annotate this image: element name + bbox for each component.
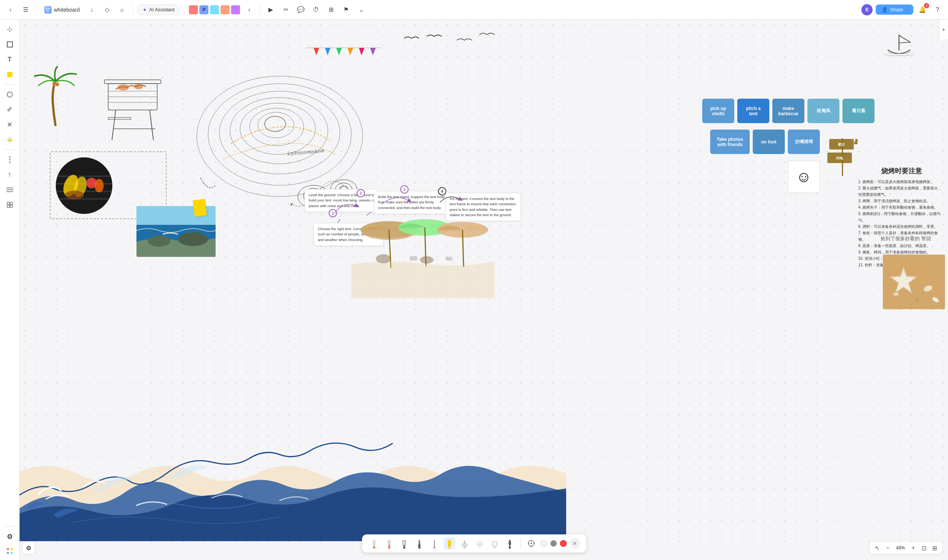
sticky-icon bbox=[6, 71, 13, 78]
draw-tool-eraser-hard[interactable] bbox=[488, 537, 500, 549]
smudge-icon bbox=[461, 540, 468, 547]
activity-card-on-foot[interactable]: on foot bbox=[753, 129, 785, 154]
annotation-3: 3 bbox=[400, 185, 409, 194]
beach-umbrella-scene bbox=[351, 200, 494, 298]
cursor-button[interactable]: ↖ bbox=[872, 543, 882, 552]
plugin-icon-3[interactable] bbox=[210, 5, 219, 14]
svg-marker-23 bbox=[347, 48, 353, 55]
more-plugins-button[interactable]: ‹ bbox=[243, 4, 255, 16]
activity-card-photos[interactable]: Take photos with friends bbox=[710, 129, 750, 154]
tool-frame[interactable] bbox=[3, 38, 17, 51]
svg-point-15 bbox=[7, 548, 9, 550]
svg-marker-25 bbox=[370, 48, 376, 55]
tool-eraser[interactable]: ✕ bbox=[3, 118, 17, 131]
bbq-note-2: 2. 聚火或燃气：如果使用炭火烧烤架，需要柴火，但需要提前燃气。 bbox=[858, 185, 945, 198]
canvas-area[interactable]: 从这里到目的地的最好路 pick up shells pitch a tent … bbox=[20, 20, 948, 560]
draw-tool-smudge[interactable] bbox=[459, 537, 471, 549]
crosshair-tool[interactable] bbox=[525, 537, 537, 549]
insert-button[interactable]: ⊞ bbox=[325, 4, 337, 16]
color-dot-gray[interactable] bbox=[550, 540, 557, 547]
draw-tool-fountain-pen[interactable] bbox=[398, 537, 410, 549]
timer-button[interactable]: ⏱ bbox=[310, 4, 322, 16]
ai-icon: ✦ bbox=[142, 7, 147, 13]
zoom-out-button[interactable]: − bbox=[883, 543, 892, 552]
tag-button[interactable]: ◇ bbox=[101, 4, 113, 16]
notification-button[interactable]: 🔔 3 bbox=[916, 4, 928, 16]
svg-rect-101 bbox=[448, 540, 451, 546]
fit-screen-button[interactable]: ⊡ bbox=[919, 543, 928, 552]
annotation-1: 1 bbox=[329, 209, 337, 217]
tool-highlight[interactable] bbox=[3, 133, 17, 146]
flag-button[interactable]: ⚑ bbox=[340, 4, 352, 16]
grill-sketch-illustration bbox=[93, 69, 172, 148]
activity-card-pick-up-shells[interactable]: pick up shells bbox=[702, 98, 734, 123]
svg-point-41 bbox=[208, 84, 351, 185]
play-button[interactable]: ▶ bbox=[265, 4, 277, 16]
grid-toggle-button[interactable]: ⊞ bbox=[930, 543, 939, 552]
ai-assistant-button[interactable]: ✦ AI Assistant bbox=[137, 5, 180, 15]
activity-card-volleyball[interactable]: 沙滩排球 bbox=[788, 129, 820, 154]
signpost-svg: 爱日 内地 bbox=[826, 131, 859, 180]
tool-shapes[interactable] bbox=[3, 88, 17, 101]
activity-card-sea-breeze[interactable]: 吹海风 bbox=[807, 98, 840, 123]
canvas-settings-button[interactable]: ⚙ bbox=[23, 542, 35, 554]
right-panel-collapse[interactable]: › bbox=[939, 20, 948, 39]
share-chevron-icon: ▾ bbox=[905, 8, 907, 12]
activity-card-sunset[interactable]: 看日落 bbox=[843, 98, 874, 123]
tool-list[interactable] bbox=[3, 183, 17, 197]
svg-point-73 bbox=[148, 235, 170, 247]
wave-svg bbox=[20, 398, 566, 541]
food-photo-svg bbox=[56, 157, 112, 214]
svg-point-38 bbox=[134, 84, 143, 89]
plugin-icon-1[interactable] bbox=[189, 5, 198, 14]
draw-tool-fine-pen[interactable] bbox=[368, 537, 380, 549]
tool-text[interactable]: T bbox=[3, 53, 17, 66]
bbq-note-3: 3. 烤网，用于清洁烧烤架，防止食物粘连。 bbox=[858, 198, 945, 204]
notification-badge: 3 bbox=[924, 3, 929, 8]
draw-tool-brush[interactable] bbox=[413, 537, 425, 549]
zoom-in-button[interactable]: + bbox=[909, 543, 918, 552]
plugin-icon-5[interactable] bbox=[231, 5, 240, 14]
comment-button[interactable]: 💬 bbox=[295, 4, 307, 16]
palm-tree-illustration bbox=[31, 65, 80, 129]
menu-button[interactable]: ☰ bbox=[20, 4, 32, 16]
save-button[interactable]: ↓ bbox=[86, 4, 98, 16]
draw-tool-eraser-soft[interactable] bbox=[474, 537, 485, 549]
tool-sticky[interactable] bbox=[3, 68, 17, 82]
draw-tool-pen-medium[interactable] bbox=[383, 537, 395, 549]
tool-more[interactable] bbox=[3, 153, 17, 166]
draw-tool-active-brush[interactable] bbox=[503, 537, 516, 549]
search-button[interactable]: ⌕ bbox=[116, 4, 128, 16]
app-logo-title[interactable]: whiteboard bbox=[41, 5, 83, 15]
tool-select[interactable]: ⊹ bbox=[3, 23, 17, 36]
share-button[interactable]: 👤 Share ▾ bbox=[875, 5, 913, 15]
tool-table[interactable] bbox=[3, 198, 17, 212]
scissors-button[interactable]: ✂ bbox=[280, 4, 292, 16]
tool-text2[interactable]: T bbox=[3, 168, 17, 182]
settings-app-icon[interactable]: ⚙ bbox=[4, 531, 16, 543]
share-label: Share bbox=[890, 7, 903, 12]
back-button[interactable]: ‹ bbox=[5, 4, 17, 16]
color-dot-white[interactable] bbox=[540, 540, 547, 547]
help-button[interactable]: ? bbox=[931, 4, 943, 16]
plugin-icon-2[interactable]: P bbox=[199, 5, 208, 14]
activity-card-pitch-tent[interactable]: pitch a tent bbox=[737, 98, 769, 123]
draw-tool-highlighter[interactable] bbox=[443, 537, 455, 549]
apps-grid-icon[interactable] bbox=[4, 545, 16, 557]
palm-svg bbox=[31, 65, 80, 129]
svg-point-90 bbox=[928, 269, 929, 271]
svg-point-110 bbox=[530, 543, 532, 544]
svg-point-83 bbox=[420, 256, 434, 264]
svg-point-94 bbox=[893, 292, 899, 296]
user-avatar[interactable]: E bbox=[861, 4, 872, 15]
close-drawing-toolbar[interactable]: ✕ bbox=[570, 538, 580, 549]
highlighter-icon bbox=[446, 540, 453, 547]
right-collapse-icon: › bbox=[943, 26, 945, 33]
draw-tool-narrow[interactable] bbox=[428, 537, 440, 549]
tool-pen[interactable]: ✐ bbox=[3, 103, 17, 116]
activity-card-barbecue[interactable]: make barbecue bbox=[772, 98, 804, 123]
logo-svg bbox=[45, 7, 51, 12]
expand-button[interactable]: ⌄ bbox=[355, 4, 367, 16]
plugin-icon-4[interactable] bbox=[221, 5, 230, 14]
color-dot-red[interactable] bbox=[560, 540, 567, 547]
